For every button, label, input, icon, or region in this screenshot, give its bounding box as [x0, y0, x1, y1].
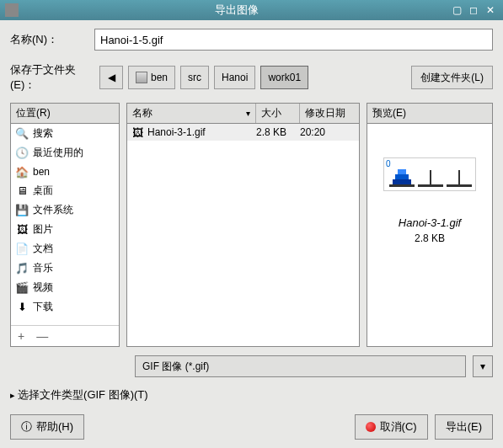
- column-size[interactable]: 大小: [256, 104, 300, 123]
- column-name[interactable]: 名称▾: [127, 104, 256, 123]
- place-icon: 🕓: [15, 147, 29, 160]
- preview-header: 预览(E): [367, 104, 492, 124]
- place-label: 桌面: [33, 184, 53, 198]
- export-button[interactable]: 导出(E): [435, 414, 493, 440]
- place-label: 视频: [33, 280, 53, 295]
- maximize-button[interactable]: ◻: [466, 3, 481, 17]
- place-icon: 💾: [15, 204, 29, 217]
- sidebar-item-8[interactable]: 🎬视频: [11, 278, 119, 297]
- path-segment-work01[interactable]: work01: [260, 66, 308, 89]
- home-icon: [136, 72, 147, 83]
- place-icon: 🎬: [15, 281, 29, 295]
- file-icon: 🖼: [131, 125, 144, 139]
- cancel-button[interactable]: 取消(C): [355, 414, 428, 440]
- minimize-button[interactable]: ▢: [449, 3, 464, 17]
- remove-bookmark-button[interactable]: —: [33, 329, 51, 343]
- sidebar-item-4[interactable]: 💾文件系统: [11, 200, 119, 220]
- add-bookmark-button[interactable]: +: [14, 329, 28, 343]
- cancel-icon: [366, 422, 376, 432]
- column-date[interactable]: 修改日期: [300, 104, 359, 123]
- path-segment-hanoi[interactable]: Hanoi: [214, 66, 255, 89]
- filename-input[interactable]: [94, 29, 493, 51]
- place-icon: 🔍: [15, 127, 29, 141]
- name-label: 名称(N)：: [10, 32, 94, 47]
- preview-filename: Hanoi-3-1.gif: [399, 216, 461, 229]
- expand-filetype[interactable]: 选择文件类型(GIF 图像)(T): [10, 387, 493, 403]
- place-label: 音乐: [33, 261, 53, 275]
- sort-arrow-icon: ▾: [246, 109, 250, 118]
- place-icon: ⬇: [15, 301, 29, 314]
- window-title: 导出图像: [24, 3, 449, 18]
- place-label: 搜索: [33, 126, 53, 141]
- create-folder-button[interactable]: 创建文件夹(L): [411, 66, 493, 89]
- sidebar-item-1[interactable]: 🕓最近使用的: [11, 143, 119, 163]
- place-icon: 📄: [15, 243, 29, 256]
- sidebar-item-5[interactable]: 🖼图片: [11, 220, 119, 239]
- path-segment-ben[interactable]: ben: [128, 66, 175, 89]
- place-icon: 🏠: [15, 165, 29, 179]
- filetype-combo[interactable]: GIF 图像 (*.gif): [135, 355, 466, 377]
- place-label: 图片: [33, 222, 53, 237]
- close-button[interactable]: ✕: [483, 3, 498, 17]
- path-segment-src[interactable]: src: [180, 66, 209, 89]
- path-back-button[interactable]: ◀: [99, 66, 123, 89]
- place-icon: 🖥: [15, 184, 29, 198]
- preview-thumbnail: 0: [383, 157, 476, 191]
- preview-panel: 预览(E) 0 Hanoi-3-1.gif 2.8 KB: [367, 103, 493, 347]
- place-label: 下载: [33, 300, 53, 314]
- place-icon: 🖼: [15, 223, 29, 237]
- help-button[interactable]: ⓘ帮助(H): [10, 414, 84, 440]
- place-label: ben: [33, 166, 50, 178]
- sidebar-item-6[interactable]: 📄文档: [11, 239, 119, 259]
- help-icon: ⓘ: [21, 419, 32, 435]
- file-list-panel: 名称▾ 大小 修改日期 🖼Hanoi-3-1.gif2.8 KB20:20: [126, 103, 360, 347]
- titlebar: 导出图像 ▢ ◻ ✕: [0, 0, 503, 20]
- places-panel: 位置(R) 🔍搜索🕓最近使用的🏠ben🖥桌面💾文件系统🖼图片📄文档🎵音乐🎬视频⬇…: [10, 103, 120, 347]
- save-in-label: 保存于文件夹(E)：: [10, 62, 94, 93]
- place-label: 文件系统: [33, 203, 73, 217]
- place-label: 最近使用的: [33, 146, 83, 160]
- place-icon: 🎵: [15, 262, 29, 275]
- places-header: 位置(R): [11, 104, 119, 124]
- sidebar-item-2[interactable]: 🏠ben: [11, 163, 119, 181]
- place-label: 文档: [33, 242, 53, 256]
- sidebar-item-0[interactable]: 🔍搜索: [11, 124, 119, 143]
- sidebar-item-3[interactable]: 🖥桌面: [11, 181, 119, 200]
- filetype-dropdown-button[interactable]: ▾: [473, 355, 493, 377]
- preview-filesize: 2.8 KB: [415, 232, 445, 244]
- file-row[interactable]: 🖼Hanoi-3-1.gif2.8 KB20:20: [127, 124, 359, 141]
- sidebar-item-7[interactable]: 🎵音乐: [11, 259, 119, 278]
- sidebar-item-9[interactable]: ⬇下载: [11, 297, 119, 317]
- app-icon: [5, 3, 19, 17]
